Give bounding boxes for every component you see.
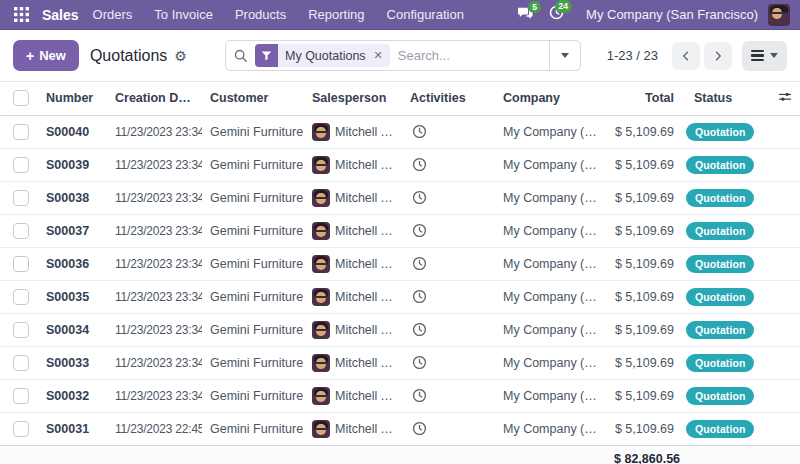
menu-to-invoice[interactable]: To Invoice: [154, 7, 213, 22]
cell-company: My Company (San Francisco): [488, 346, 606, 379]
optional-columns-icon[interactable]: [778, 92, 792, 106]
cell-total: $ 5,109.69: [606, 313, 682, 346]
activity-clock-icon[interactable]: [412, 322, 480, 337]
cell-creation-date: 11/23/2023 23:34:0: [107, 313, 202, 346]
activity-clock-icon[interactable]: [412, 355, 480, 370]
cell-salesperson: Mitchell Admin: [335, 389, 394, 403]
cell-customer: Gemini Furniture: [202, 148, 304, 181]
table-row[interactable]: S00038 11/23/2023 23:34:1 Gemini Furnitu…: [0, 181, 800, 214]
header-number[interactable]: Number: [38, 82, 107, 115]
cell-total: $ 5,109.69: [606, 280, 682, 313]
cell-number: S00036: [38, 247, 107, 280]
search-bar[interactable]: My Quotations ✕: [225, 40, 581, 71]
activity-clock-icon[interactable]: [412, 124, 480, 139]
user-avatar[interactable]: [768, 4, 790, 26]
row-checkbox[interactable]: [13, 355, 29, 371]
cell-salesperson: Mitchell Admin: [335, 290, 394, 304]
salesperson-avatar: [312, 222, 330, 240]
salesperson-avatar: [312, 255, 330, 273]
company-switcher[interactable]: My Company (San Francisco): [586, 7, 758, 22]
activity-clock-icon[interactable]: [412, 421, 480, 436]
row-checkbox[interactable]: [13, 157, 29, 173]
cell-salesperson: Mitchell Admin: [335, 356, 394, 370]
pager-next-button[interactable]: [704, 42, 732, 70]
activity-clock-icon[interactable]: [412, 157, 480, 172]
select-all-checkbox[interactable]: [13, 90, 29, 106]
row-checkbox[interactable]: [13, 223, 29, 239]
status-badge: Quotation: [686, 321, 754, 339]
cell-creation-date: 11/23/2023 23:34:0: [107, 379, 202, 412]
pager-range: 1-23 / 23: [607, 48, 658, 63]
menu-products[interactable]: Products: [235, 7, 286, 22]
row-checkbox[interactable]: [13, 421, 29, 437]
search-input[interactable]: [390, 48, 549, 63]
view-switcher-button[interactable]: [742, 41, 787, 71]
cell-total: $ 5,109.69: [606, 115, 682, 148]
messages-button[interactable]: 5: [517, 6, 533, 24]
menu-orders[interactable]: Orders: [93, 7, 133, 22]
activity-clock-icon[interactable]: [412, 256, 480, 271]
header-total[interactable]: Total: [606, 82, 682, 115]
status-badge: Quotation: [686, 387, 754, 405]
cell-company: My Company (San Francisco): [488, 313, 606, 346]
cell-salesperson: Mitchell Admin: [335, 191, 394, 205]
status-badge: Quotation: [686, 156, 754, 174]
cell-total: $ 5,109.69: [606, 379, 682, 412]
header-customer[interactable]: Customer: [202, 82, 304, 115]
status-badge: Quotation: [686, 189, 754, 207]
header-activities[interactable]: Activities: [402, 82, 488, 115]
new-button[interactable]: + New: [13, 40, 79, 71]
table-row[interactable]: S00033 11/23/2023 23:34:0 Gemini Furnitu…: [0, 346, 800, 379]
header-creation-date[interactable]: Creation Date: [107, 82, 202, 115]
activity-clock-icon[interactable]: [412, 289, 480, 304]
cell-salesperson: Mitchell Admin: [335, 224, 394, 238]
row-checkbox[interactable]: [13, 190, 29, 206]
header-company[interactable]: Company: [488, 82, 606, 115]
salesperson-avatar: [312, 123, 330, 141]
header-salesperson[interactable]: Salesperson: [304, 82, 402, 115]
menu-configuration[interactable]: Configuration: [387, 7, 464, 22]
table-row[interactable]: S00031 11/23/2023 22:45:4 Gemini Furnitu…: [0, 412, 800, 445]
apps-grid-icon[interactable]: [8, 3, 34, 27]
table-row[interactable]: S00034 11/23/2023 23:34:0 Gemini Furnitu…: [0, 313, 800, 346]
cell-salesperson: Mitchell Admin: [335, 323, 394, 337]
status-badge: Quotation: [686, 420, 754, 438]
chevron-down-icon: [770, 53, 778, 58]
table-row[interactable]: S00032 11/23/2023 23:34:0 Gemini Furnitu…: [0, 379, 800, 412]
row-checkbox[interactable]: [13, 388, 29, 404]
search-options-toggle[interactable]: [549, 41, 580, 70]
table-row[interactable]: S00036 11/23/2023 23:34:0 Gemini Furnitu…: [0, 247, 800, 280]
pager-previous-button[interactable]: [672, 42, 700, 70]
cell-salesperson: Mitchell Admin: [335, 125, 394, 139]
cell-creation-date: 11/23/2023 23:34:1: [107, 181, 202, 214]
cell-total: $ 5,109.69: [606, 181, 682, 214]
salesperson-avatar: [312, 387, 330, 405]
table-row[interactable]: S00039 11/23/2023 23:34:1 Gemini Furnitu…: [0, 148, 800, 181]
table-row[interactable]: S00037 11/23/2023 23:34:0 Gemini Furnitu…: [0, 214, 800, 247]
menu-reporting[interactable]: Reporting: [308, 7, 364, 22]
row-checkbox[interactable]: [13, 322, 29, 338]
cell-total: $ 5,109.69: [606, 412, 682, 445]
activities-count-badge: 24: [555, 0, 572, 13]
row-checkbox[interactable]: [13, 256, 29, 272]
row-checkbox[interactable]: [13, 124, 29, 140]
settings-gear-icon[interactable]: ⚙: [174, 48, 187, 64]
salesperson-avatar: [312, 288, 330, 306]
activity-clock-icon[interactable]: [412, 190, 480, 205]
app-name[interactable]: Sales: [42, 7, 79, 23]
cell-creation-date: 11/23/2023 23:34:0: [107, 247, 202, 280]
table-row[interactable]: S00040 11/23/2023 23:34:1 Gemini Furnitu…: [0, 115, 800, 148]
activities-button[interactable]: 24: [549, 5, 564, 24]
cell-customer: Gemini Furniture: [202, 181, 304, 214]
header-status[interactable]: Status: [682, 82, 770, 115]
cell-company: My Company (San Francisco): [488, 148, 606, 181]
cell-number: S00040: [38, 115, 107, 148]
remove-facet-button[interactable]: ✕: [373, 49, 390, 62]
cell-creation-date: 11/23/2023 22:45:4: [107, 412, 202, 445]
activity-clock-icon[interactable]: [412, 388, 480, 403]
salesperson-avatar: [312, 189, 330, 207]
row-checkbox[interactable]: [13, 289, 29, 305]
table-row[interactable]: S00035 11/23/2023 23:34:0 Gemini Furnitu…: [0, 280, 800, 313]
activity-clock-icon[interactable]: [412, 223, 480, 238]
cell-total: $ 5,109.69: [606, 148, 682, 181]
